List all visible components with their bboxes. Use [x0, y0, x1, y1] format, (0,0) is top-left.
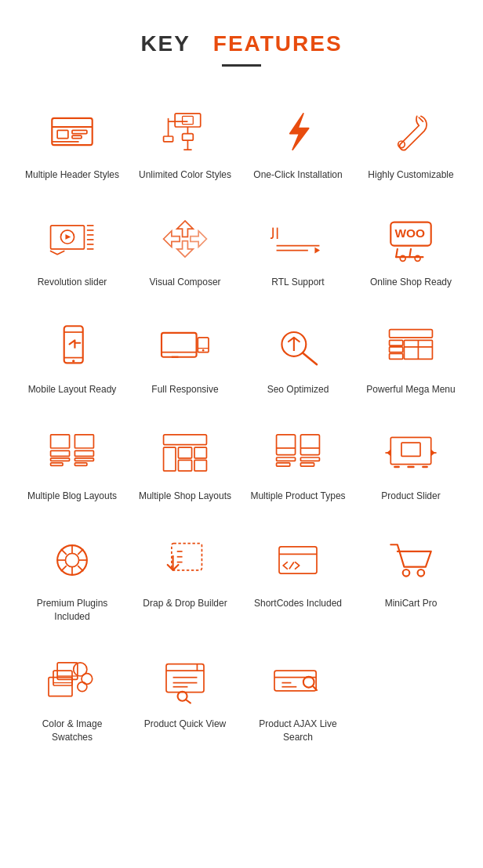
page-header: KEY FEATURES	[0, 0, 483, 82]
svg-rect-54	[51, 435, 70, 448]
svg-rect-58	[74, 435, 93, 448]
feature-item-rtl-support: العربية RTL Support	[242, 197, 354, 297]
svg-rect-56	[51, 458, 70, 461]
svg-rect-74	[300, 458, 319, 461]
multiple-shop-layouts-label: Multiple Shop Layouts	[139, 490, 231, 503]
svg-rect-81	[401, 443, 420, 457]
svg-point-86	[65, 554, 78, 567]
svg-point-100	[418, 570, 425, 577]
svg-text:العربية: العربية	[271, 226, 279, 243]
online-shop-ready-icon: WOO	[380, 212, 442, 266]
visual-composer-label: Visual Composer	[149, 276, 220, 289]
feature-item-mobile-layout-ready: Mobile Layout Ready	[16, 305, 129, 404]
product-quick-view-label: Product Quick View	[144, 718, 227, 731]
multiple-blog-layouts-label: Multiple Blog Layouts	[27, 490, 117, 503]
color-image-swatches-label: Color & Image Swatches	[22, 718, 122, 744]
product-slider-label: Product Slider	[381, 490, 440, 503]
svg-rect-76	[390, 438, 430, 465]
header-key: KEY	[140, 31, 190, 56]
svg-rect-4	[72, 136, 82, 138]
multiple-shop-layouts-icon	[154, 425, 216, 480]
svg-marker-15	[290, 114, 309, 150]
feature-item-product-ajax-search: Product AJAX Live Search	[242, 639, 354, 752]
drag-drop-builder-label: Drap & Drop Builder	[143, 597, 227, 610]
powerful-mega-menu-label: Powerful Mega Menu	[366, 383, 455, 396]
highly-customizable-label: Highly Customizable	[368, 168, 453, 182]
svg-marker-79	[387, 450, 390, 457]
feature-item-multiple-blog-layouts: Multiple Blog Layouts	[16, 411, 129, 511]
svg-rect-96	[279, 547, 317, 573]
mobile-layout-ready-label: Mobile Layout Ready	[28, 383, 117, 396]
svg-rect-9	[183, 134, 194, 141]
powerful-mega-menu-icon	[380, 319, 442, 374]
multiple-product-types-icon	[267, 425, 329, 480]
features-grid: Multiple Header Styles Unlimited Color S…	[0, 82, 483, 775]
full-responsive-icon	[154, 319, 216, 374]
svg-rect-64	[178, 448, 191, 459]
feature-item-revolution-slider: Revolution slider	[16, 197, 129, 297]
svg-rect-101	[49, 677, 72, 696]
multiple-header-styles-label: Multiple Header Styles	[25, 168, 119, 182]
svg-point-99	[403, 570, 410, 577]
premium-plugins-included-label: Premium Plugins Included	[22, 597, 122, 624]
feature-item-shortcodes-included: ShortCodes Included	[242, 519, 354, 631]
svg-rect-57	[51, 463, 63, 465]
svg-rect-71	[277, 463, 290, 466]
one-click-installation-icon	[267, 104, 329, 159]
feature-item-full-responsive: Full Responsive	[129, 305, 242, 404]
minicart-pro-icon	[380, 533, 442, 588]
feature-item-online-shop-ready: WOO Online Shop Ready	[354, 197, 467, 297]
feature-item-multiple-shop-layouts: Multiple Shop Layouts	[129, 411, 242, 511]
rtl-support-icon: العربية	[267, 212, 329, 266]
svg-line-116	[186, 700, 191, 703]
feature-item-product-quick-view: Product Quick View	[129, 639, 242, 752]
svg-marker-80	[431, 450, 435, 457]
unlimited-color-styles-label: Unlimited Color Styles	[139, 168, 231, 182]
minicart-pro-label: MiniCart Pro	[385, 597, 438, 610]
product-slider-icon	[380, 425, 442, 480]
svg-rect-14	[164, 136, 173, 142]
seo-optimized-icon	[267, 319, 329, 374]
feature-item-powerful-mega-menu: Powerful Mega Menu	[354, 305, 467, 404]
svg-rect-66	[178, 461, 191, 472]
shortcodes-included-label: ShortCodes Included	[254, 597, 342, 610]
header-divider	[222, 64, 261, 67]
feature-item-unlimited-color-styles: Unlimited Color Styles	[129, 90, 242, 190]
one-click-installation-label: One-Click Installation	[253, 168, 342, 182]
svg-rect-47	[390, 329, 433, 337]
svg-rect-72	[300, 435, 319, 455]
svg-rect-75	[300, 463, 314, 466]
rtl-support-label: RTL Support	[271, 276, 324, 289]
unlimited-color-styles-icon	[154, 104, 216, 159]
svg-rect-70	[277, 458, 296, 461]
svg-rect-65	[194, 448, 206, 459]
svg-rect-60	[74, 458, 93, 461]
feature-item-one-click-installation: One-Click Installation	[242, 90, 354, 190]
svg-rect-59	[74, 451, 93, 457]
drag-drop-builder-icon	[154, 533, 216, 588]
svg-text:WOO: WOO	[394, 226, 425, 240]
multiple-header-styles-icon	[41, 104, 104, 159]
mobile-layout-ready-icon	[41, 319, 104, 374]
multiple-product-types-label: Multiple Product Types	[250, 490, 345, 503]
svg-rect-49	[390, 346, 403, 352]
feature-item-premium-plugins-included: Premium Plugins Included	[16, 519, 129, 631]
multiple-blog-layouts-icon	[41, 425, 104, 480]
svg-rect-67	[194, 461, 206, 472]
svg-rect-3	[72, 130, 87, 133]
product-quick-view-icon	[154, 653, 216, 708]
revolution-slider-icon	[41, 212, 104, 266]
feature-item-multiple-header-styles: Multiple Header Styles	[16, 90, 129, 190]
header-features: FEATURES	[213, 31, 343, 56]
svg-rect-50	[390, 353, 403, 359]
svg-point-16	[398, 141, 405, 148]
full-responsive-label: Full Responsive	[151, 383, 218, 396]
svg-rect-55	[51, 451, 70, 457]
svg-rect-62	[164, 435, 207, 445]
highly-customizable-icon	[380, 104, 442, 159]
feature-item-multiple-product-types: Multiple Product Types	[242, 411, 354, 511]
product-ajax-search-label: Product AJAX Live Search	[248, 718, 348, 744]
svg-point-108	[78, 682, 87, 691]
feature-item-product-slider: Product Slider	[354, 411, 467, 511]
seo-optimized-label: Seo Optimized	[267, 383, 329, 396]
